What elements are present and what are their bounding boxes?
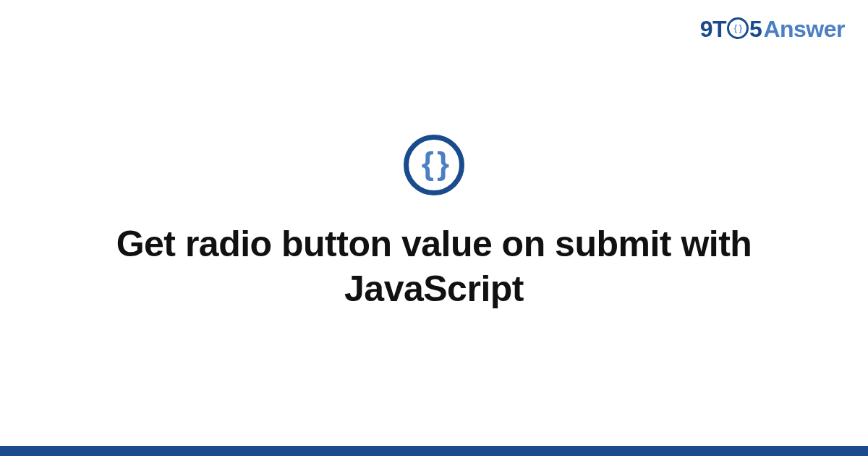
category-badge-icon: { } — [404, 135, 464, 195]
footer-accent-bar — [0, 446, 868, 456]
braces-icon: { } — [422, 148, 446, 180]
page-title: Get radio button value on submit with Ja… — [72, 221, 796, 312]
main-content: { } Get radio button value on submit wit… — [0, 0, 868, 446]
